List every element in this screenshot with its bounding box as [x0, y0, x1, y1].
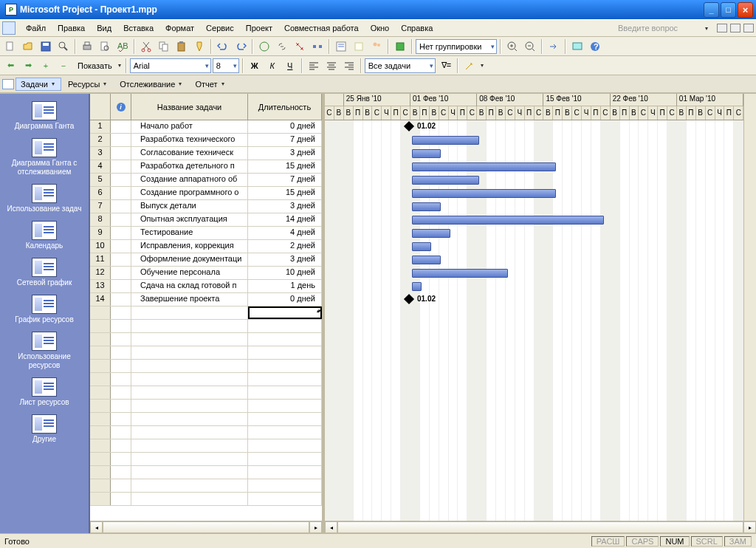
indent-button[interactable]: −	[55, 58, 72, 74]
table-row[interactable]	[90, 400, 322, 413]
table-row[interactable]: 12Обучение персонала10 дней	[90, 267, 322, 280]
ask-dropdown[interactable]: ▾	[704, 25, 709, 32]
outdent-button[interactable]: +	[38, 58, 54, 74]
task-name-cell[interactable]: Тестирование	[131, 227, 248, 239]
gantt-bar[interactable]	[412, 229, 450, 238]
row-info-cell[interactable]	[111, 200, 131, 213]
format-painter-button[interactable]	[191, 38, 207, 55]
guide-icon[interactable]	[2, 79, 14, 89]
underline-button[interactable]: Ч	[282, 58, 298, 74]
table-row[interactable]: 7Выпуск детали3 дней	[90, 200, 322, 213]
row-number[interactable]: 3	[90, 147, 111, 160]
zoom-out-button[interactable]	[522, 38, 538, 55]
search-button[interactable]	[55, 38, 72, 55]
table-row[interactable]: 3Согласование техническ3 дней	[90, 147, 322, 160]
row-number[interactable]: 8	[90, 213, 111, 226]
print-preview-button[interactable]	[97, 38, 113, 55]
table-row[interactable]: 8Опытная эксплуатация14 дней	[90, 213, 322, 227]
task-name-cell[interactable]: Сдача на склад готовой п	[131, 280, 248, 292]
align-center-button[interactable]	[323, 58, 340, 74]
bold-button[interactable]: Ж	[247, 58, 263, 74]
table-row[interactable]: 4Разработка детельного п15 дней	[90, 160, 322, 174]
row-info-cell[interactable]	[111, 280, 131, 292]
table-row[interactable]: 9Тестирование4 дней	[90, 227, 322, 240]
help-button[interactable]: ?	[587, 38, 603, 55]
side-gantt[interactable]: Диаграмма Ганта	[2, 98, 86, 134]
duration-cell[interactable]: 15 дней	[248, 160, 322, 173]
duration-cell[interactable]: 7 дней	[248, 134, 322, 146]
menu-view[interactable]: Вид	[91, 21, 117, 35]
menu-help[interactable]: Справка	[395, 21, 439, 35]
zoom-in-button[interactable]	[504, 38, 520, 55]
doc-restore-button[interactable]	[730, 24, 740, 32]
task-name-cell[interactable]: Создание программного о	[131, 187, 248, 199]
duration-cell[interactable]: 1 день	[248, 280, 322, 292]
gantt-bar[interactable]	[412, 282, 422, 291]
row-number[interactable]: 9	[90, 227, 111, 239]
duration-cell[interactable]: 0 дней	[248, 120, 322, 133]
duration-input[interactable]	[248, 306, 322, 319]
font-combo[interactable]: Arial	[130, 58, 211, 73]
header-info[interactable]: i	[111, 94, 131, 120]
table-row[interactable]: 14Завершение проекта0 дней	[90, 293, 322, 306]
font-size-combo[interactable]: 8	[213, 58, 239, 73]
table-row[interactable]	[90, 360, 322, 373]
viewbar-tasks[interactable]: Задачи▾	[16, 78, 61, 91]
gantt-bar[interactable]	[412, 269, 508, 278]
assign-resources-button[interactable]	[368, 38, 385, 55]
menu-format[interactable]: Формат	[159, 21, 200, 35]
unlink-tasks-button[interactable]	[292, 38, 308, 55]
menu-tools[interactable]: Сервис	[200, 21, 240, 35]
task-name-cell[interactable]: Исправления, коррекция	[131, 240, 248, 253]
row-number[interactable]: 2	[90, 134, 111, 146]
table-row[interactable]: 1Начало работ0 дней	[90, 120, 322, 134]
doc-close-button[interactable]	[743, 24, 754, 32]
paste-button[interactable]	[173, 38, 190, 55]
gantt-bar[interactable]	[412, 176, 479, 185]
table-row[interactable]	[90, 453, 322, 466]
undo-button[interactable]	[215, 38, 231, 55]
table-row[interactable]: 10Исправления, коррекция2 дней	[90, 240, 322, 253]
row-number[interactable]: 10	[90, 240, 111, 253]
menu-file[interactable]: Файл	[20, 21, 52, 35]
side-resource-sheet[interactable]: Лист ресурсов	[2, 374, 86, 410]
milestone-diamond[interactable]	[404, 121, 414, 131]
copy-picture-button[interactable]	[569, 38, 585, 55]
gantt-bar[interactable]	[412, 202, 441, 211]
row-info-cell[interactable]	[111, 293, 131, 306]
table-row[interactable]: 5Создание аппаратного об7 дней	[90, 174, 322, 187]
row-number[interactable]: 1	[90, 120, 111, 133]
duration-cell[interactable]: 10 дней	[248, 267, 322, 279]
side-more[interactable]: Другие	[2, 411, 86, 447]
show-label[interactable]: Показать	[73, 61, 115, 70]
menu-collab[interactable]: Совместная работа	[278, 21, 365, 35]
row-info-cell[interactable]	[111, 213, 131, 226]
side-task-usage[interactable]: Использование задач	[2, 181, 86, 216]
menu-window[interactable]: Окно	[365, 21, 396, 35]
vertical-scrollbar[interactable]	[743, 94, 756, 521]
hscroll-left-arrow2[interactable]: ▸	[309, 521, 322, 533]
viewbar-resources[interactable]: Ресурсы▾	[63, 78, 113, 91]
table-row[interactable]	[90, 426, 322, 439]
task-name-cell[interactable]: Завершение проекта	[131, 293, 248, 306]
spellcheck-button[interactable]: ABC	[114, 38, 131, 55]
table-row[interactable]	[90, 479, 322, 493]
table-row[interactable]	[90, 439, 322, 453]
table-row-editing[interactable]	[90, 306, 322, 320]
header-rownum[interactable]	[90, 94, 111, 120]
side-calendar[interactable]: Календарь	[2, 218, 86, 253]
gantt-bar[interactable]	[412, 136, 479, 145]
hscroll-right-arrow2[interactable]: ▸	[743, 521, 756, 533]
viewbar-tracking[interactable]: Отслеживание▾	[114, 78, 188, 91]
filter-combo[interactable]: Все задачи	[365, 58, 436, 73]
duration-cell[interactable]: 3 дней	[248, 253, 322, 266]
duration-cell[interactable]: 7 дней	[248, 174, 322, 186]
table-row[interactable]	[90, 466, 322, 479]
row-info-cell[interactable]	[111, 174, 131, 186]
table-row[interactable]: 13Сдача на склад готовой п1 день	[90, 280, 322, 293]
hyperlink-button[interactable]	[256, 38, 272, 55]
table-row[interactable]	[90, 320, 322, 333]
italic-button[interactable]: К	[264, 58, 281, 74]
table-row[interactable]	[90, 373, 322, 386]
row-info-cell[interactable]	[111, 187, 131, 199]
